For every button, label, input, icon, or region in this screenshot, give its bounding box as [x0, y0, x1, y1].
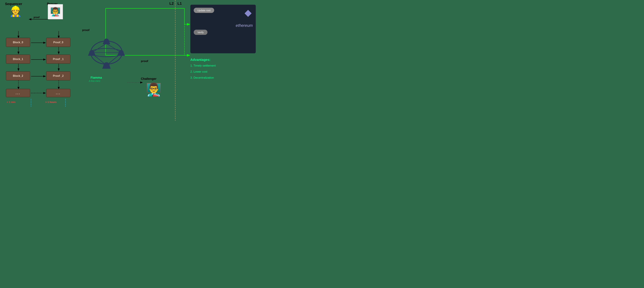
l2-label: L2: [170, 1, 174, 6]
sequencer-label: Sequencer: [5, 2, 22, 6]
advantages-title: Advantages:: [190, 58, 256, 62]
ethereum-text: ethereum: [236, 23, 253, 28]
network-icon: [86, 33, 128, 74]
prover-icon: 👨‍🏫: [48, 4, 63, 19]
proof-2: Proof _2: [46, 71, 70, 80]
advantage-2: 2. Lower cost: [190, 70, 256, 74]
l1-label: L1: [178, 1, 182, 6]
block-2: Block_2: [6, 71, 30, 80]
advantage-1: 1. Timely settlement: [190, 64, 256, 68]
proof-1: Proof _1: [46, 54, 70, 64]
block-dots: ...: [6, 89, 30, 97]
proof-label-bottom: proof: [141, 60, 148, 63]
proof-0: Proof_0: [46, 38, 70, 47]
update-root-button[interactable]: Update root: [194, 8, 214, 13]
ethereum-box: Update root ◆ ethereum Verify: [190, 5, 256, 53]
block-0: Block_0: [6, 38, 30, 47]
time-right-label: > 1 hours: [45, 100, 56, 104]
verify-button[interactable]: Verify: [194, 30, 208, 35]
svg-text:proof: proof: [34, 16, 40, 18]
challenger-label: Challenger: [141, 77, 156, 81]
sequencer-icon: 👷: [9, 6, 22, 16]
advantage-3: 3. Decentralization: [190, 76, 256, 80]
time-left-label: < 1 min: [7, 100, 16, 104]
few-mins-label: A few mins: [89, 80, 100, 82]
eth-diamond-icon: ◆: [244, 7, 252, 18]
block-1: Block_1: [6, 54, 30, 64]
advantages-section: Advantages: 1. Timely settlement 2. Lowe…: [190, 58, 256, 82]
proof-dots: ...: [46, 89, 70, 97]
fiamma-label: Fiamma: [90, 76, 102, 80]
proof-label-top: proof: [82, 28, 90, 32]
challenger-icon: 👨‍🏫: [146, 82, 162, 97]
